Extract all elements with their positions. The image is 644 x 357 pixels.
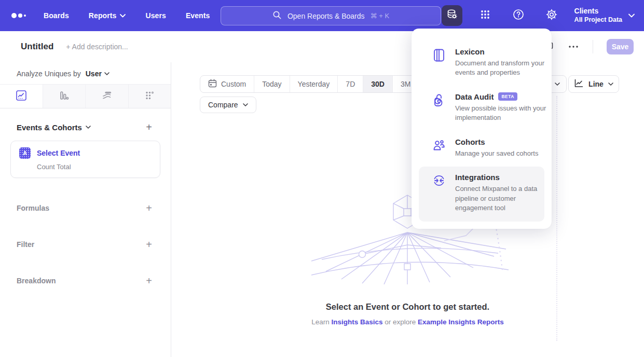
report-canvas: Custom Today Yesterday 7D 30D 3M 6M Comp… — [171, 62, 644, 357]
nav-item-events[interactable]: Events — [186, 11, 210, 20]
breakdown-section: Breakdown + — [0, 274, 171, 287]
nav-item-label: Events — [186, 11, 210, 20]
menu-item-title: Lexicon — [455, 47, 547, 56]
apps-grid-button[interactable] — [475, 5, 496, 26]
menu-item-description: View possible issues with your implement… — [455, 104, 547, 123]
nav-item-label: Users — [145, 11, 166, 20]
grid-icon — [479, 9, 491, 22]
filter-section: Filter + — [0, 238, 171, 251]
analyze-uniques-control[interactable]: Analyze Uniques by User — [0, 62, 171, 84]
menu-item-title: Integrations — [455, 173, 547, 182]
search-input[interactable]: Open Reports & Boards ⌘ + K — [221, 6, 441, 25]
nav-item-reports[interactable]: Reports — [89, 11, 126, 20]
event-selector-card[interactable]: A Select Event Count Total — [10, 141, 160, 178]
beta-badge: BETA — [498, 92, 517, 101]
project-scope: All Project Data — [574, 16, 622, 24]
chart-type-tabs — [0, 84, 171, 108]
date-range-7d[interactable]: 7D — [338, 76, 363, 92]
date-range-30d[interactable]: 30D — [363, 76, 393, 92]
learn-prefix: Learn — [311, 318, 330, 326]
date-range-label: Custom — [221, 80, 246, 88]
menu-item-data-audit[interactable]: Data Audit BETA View possible issues wit… — [419, 86, 544, 131]
metrics-grid-icon — [144, 90, 155, 103]
integrations-icon — [432, 173, 446, 213]
cohorts-icon — [432, 138, 446, 158]
date-range-custom[interactable]: Custom — [200, 76, 254, 92]
menu-item-lexicon[interactable]: Lexicon Document and transform your even… — [419, 41, 544, 86]
events-cohorts-header: Events & Cohorts + — [0, 108, 171, 132]
menu-item-title: Cohorts — [455, 138, 547, 146]
data-audit-icon — [432, 92, 446, 123]
menu-item-description: Document and transform your events and p… — [455, 59, 547, 78]
mixpanel-logo-icon[interactable] — [11, 13, 32, 18]
gear-icon — [545, 8, 558, 23]
lexicon-icon — [432, 47, 446, 78]
calendar-icon — [208, 79, 217, 89]
menu-item-cohorts[interactable]: Cohorts Manage your saved cohorts — [419, 131, 544, 167]
chevron-down-icon — [243, 103, 248, 107]
menu-item-description: Connect Mixpanel to a data pipeline or c… — [455, 184, 547, 213]
analyze-prefix: Analyze Uniques by — [17, 70, 81, 78]
add-event-button[interactable]: + — [146, 122, 152, 132]
menu-item-integrations[interactable]: Integrations Connect Mixpanel to a data … — [419, 167, 544, 221]
data-management-menu: Lexicon Document and transform your even… — [412, 29, 552, 229]
compare-button[interactable]: Compare — [200, 97, 256, 113]
bar-chart-icon — [58, 90, 70, 103]
date-range-yesterday[interactable]: Yesterday — [290, 76, 338, 92]
help-icon — [512, 8, 525, 23]
add-filter-button[interactable]: + — [146, 239, 152, 250]
filter-label: Filter — [17, 240, 34, 249]
tab-line-chart[interactable] — [0, 85, 43, 108]
nav-item-label: Reports — [89, 11, 117, 20]
project-switcher[interactable]: Clients All Project Data — [574, 7, 635, 24]
date-range-control: Custom Today Yesterday 7D 30D 3M 6M — [200, 75, 445, 93]
example-reports-link[interactable]: Example Insights Reports — [418, 318, 504, 326]
query-builder-sidebar: Analyze Uniques by User Events & Cohorts… — [0, 62, 171, 357]
search-placeholder: Open Reports & Boards — [287, 12, 365, 20]
nav-item-label: Boards — [44, 11, 69, 20]
event-series-badge: A — [19, 147, 31, 159]
chart-style-dropdown[interactable]: Line — [568, 75, 619, 93]
menu-item-title: Data Audit — [455, 92, 494, 101]
divider — [593, 40, 593, 53]
project-name: Clients — [574, 7, 622, 16]
add-breakdown-button[interactable]: + — [146, 276, 152, 286]
report-title[interactable]: Untitled — [21, 42, 53, 52]
insights-basics-link[interactable]: Insights Basics — [331, 318, 382, 326]
top-nav: Boards Reports Users Events Open Reports… — [0, 0, 644, 31]
search-icon — [272, 10, 282, 22]
chart-style-label: Line — [588, 80, 604, 88]
more-options-button[interactable] — [568, 41, 579, 52]
data-management-button[interactable] — [442, 5, 462, 26]
flow-chart-icon — [101, 90, 113, 103]
tab-bar-chart[interactable] — [43, 85, 86, 108]
chevron-down-icon — [86, 126, 91, 129]
chevron-down-icon — [104, 72, 109, 76]
database-gear-icon — [446, 8, 458, 23]
tab-metrics-grid[interactable] — [129, 85, 171, 108]
chevron-down-icon — [120, 14, 126, 18]
add-formula-button[interactable]: + — [146, 203, 152, 213]
settings-button[interactable] — [541, 5, 562, 26]
menu-item-description: Manage your saved cohorts — [455, 149, 547, 158]
nav-item-users[interactable]: Users — [145, 11, 166, 20]
formulas-section: Formulas + — [0, 202, 171, 214]
select-event-button[interactable]: Select Event — [37, 149, 80, 157]
date-range-today[interactable]: Today — [254, 76, 290, 92]
events-cohorts-toggle[interactable]: Events & Cohorts — [17, 123, 91, 132]
line-style-icon — [574, 79, 584, 89]
chevron-down-icon — [555, 83, 560, 86]
explore-middle: or explore — [385, 318, 416, 326]
save-button[interactable]: Save — [607, 39, 634, 54]
nav-item-boards[interactable]: Boards — [44, 11, 69, 20]
events-cohorts-label: Events & Cohorts — [17, 123, 82, 132]
compare-label: Compare — [208, 101, 238, 109]
empty-state-links: Learn Insights Basics or explore Example… — [171, 318, 644, 326]
event-aggregation[interactable]: Count Total — [37, 163, 153, 171]
formulas-label: Formulas — [17, 204, 49, 212]
add-description-field[interactable]: + Add description... — [66, 43, 128, 51]
tab-flow-chart[interactable] — [86, 85, 129, 108]
help-button[interactable] — [508, 5, 529, 26]
chevron-down-icon — [628, 13, 635, 18]
analyze-value: User — [86, 70, 102, 78]
